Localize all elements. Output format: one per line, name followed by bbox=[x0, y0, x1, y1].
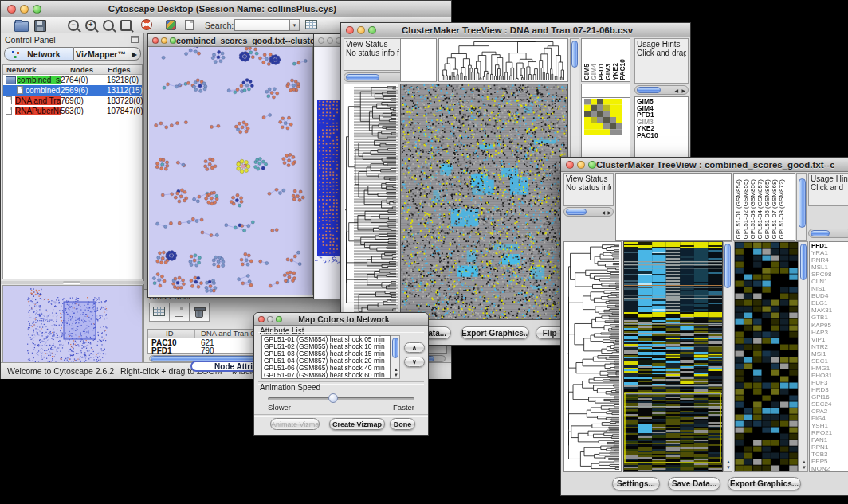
create-vizmap-button[interactable]: Create Vizmap bbox=[329, 418, 385, 430]
scroll-thumb[interactable] bbox=[800, 244, 807, 280]
network-row[interactable]: DNA and Tran 07 769(0) 183728(0) bbox=[3, 96, 142, 106]
gene-label[interactable]: RPN1 bbox=[810, 443, 848, 451]
gene-label[interactable]: KAP95 bbox=[810, 322, 848, 329]
network-overview-canvas[interactable] bbox=[3, 286, 142, 366]
scroll-up-icon[interactable]: ▲ bbox=[394, 367, 398, 372]
scroll-thumb[interactable] bbox=[637, 87, 661, 93]
done-button[interactable]: Done bbox=[390, 418, 415, 430]
zoom-window-icon[interactable] bbox=[588, 161, 596, 169]
move-down-button[interactable]: ∨ bbox=[404, 357, 425, 367]
col-label[interactable]: GPL51-02 (GSM855) bbox=[743, 179, 749, 240]
delete-attribute-button[interactable] bbox=[189, 303, 210, 322]
scroll-thumb[interactable] bbox=[571, 41, 578, 68]
main-titlebar[interactable]: Cytoscape Desktop (Session Name: collins… bbox=[1, 1, 451, 18]
network-canvas[interactable] bbox=[149, 47, 312, 295]
col-label[interactable]: GPL51-06 (GSM865) bbox=[764, 179, 771, 240]
minimize-icon[interactable] bbox=[327, 37, 333, 44]
animate-vizmap-button[interactable]: Animate Vizmap bbox=[270, 418, 320, 430]
network-view-titlebar[interactable]: combined_scores_good.txt--cluste... bbox=[148, 34, 318, 47]
minimize-icon[interactable] bbox=[357, 26, 365, 34]
gene-label[interactable]: MAK31 bbox=[810, 307, 848, 314]
scroll-thumb[interactable] bbox=[566, 209, 587, 215]
col-label[interactable]: GPL51-04 (GSM857) bbox=[757, 179, 764, 240]
zoom-selected-icon[interactable] bbox=[120, 20, 132, 31]
gene-label[interactable]: MSL1 bbox=[810, 264, 848, 271]
minimize-icon[interactable] bbox=[161, 37, 167, 44]
gene-label[interactable]: PAN1 bbox=[810, 436, 848, 443]
table-view-button[interactable] bbox=[149, 303, 170, 322]
col-label[interactable]: GPL51-07 (GSM868) bbox=[771, 179, 778, 240]
gene-label[interactable]: ELG1 bbox=[810, 299, 848, 307]
tv2-col-dendrogram-panel[interactable] bbox=[615, 173, 732, 241]
network-row[interactable]: RNAPuberNov2+I 563(0) 107847(0) bbox=[3, 106, 142, 116]
float-panel-icon[interactable] bbox=[131, 36, 139, 43]
gene-label[interactable]: HMG1 bbox=[810, 365, 848, 372]
gene-label[interactable]: HRD3 bbox=[810, 386, 848, 393]
dialog-titlebar[interactable]: Map Colors to Network bbox=[254, 313, 428, 326]
gene-label[interactable]: SPC98 bbox=[810, 271, 848, 278]
gene-label[interactable]: CLN1 bbox=[810, 278, 848, 285]
minimize-icon[interactable] bbox=[267, 316, 273, 322]
gene-label[interactable]: SEC1 bbox=[810, 357, 848, 365]
tv2-left-hscrollbar[interactable]: ◀ ▶ bbox=[563, 207, 614, 217]
gene-label[interactable]: HAP3 bbox=[810, 329, 848, 336]
zoom-out-icon[interactable]: − bbox=[68, 20, 79, 31]
gene-label[interactable]: PEP5 bbox=[810, 458, 848, 465]
speed-slider-track[interactable] bbox=[268, 397, 414, 400]
gene-label[interactable]: PHO81 bbox=[810, 372, 848, 379]
move-up-button[interactable]: ∧ bbox=[404, 342, 425, 353]
gene-label[interactable]: MON2 bbox=[810, 465, 848, 472]
scroll-right-icon[interactable]: ▶ bbox=[607, 210, 611, 215]
annotation-icon[interactable] bbox=[185, 20, 194, 30]
search-input[interactable] bbox=[234, 19, 293, 31]
tv1-row-dendrogram-panel[interactable] bbox=[344, 84, 398, 320]
tv1-col-dendrogram-panel[interactable] bbox=[438, 38, 568, 82]
attribute-item[interactable]: GPL51-07 (GSM868) heat shock 60 min bbox=[262, 372, 390, 379]
scroll-up-icon[interactable]: ▲ bbox=[726, 459, 731, 464]
gene-label[interactable]: YSH1 bbox=[810, 422, 848, 429]
gene-label[interactable]: YRA1 bbox=[810, 249, 848, 256]
minimize-icon[interactable] bbox=[577, 161, 585, 169]
tv2-zoom-heatmap[interactable] bbox=[735, 242, 798, 471]
col-label[interactable]: PAC10 bbox=[619, 59, 626, 80]
attribute-browser-icon[interactable] bbox=[305, 20, 317, 29]
network-row[interactable]: combined_scores_ 2764(0) 16218(0) bbox=[3, 75, 142, 85]
gene-label[interactable]: SEC24 bbox=[810, 400, 848, 408]
gene-label[interactable]: RPO21 bbox=[810, 429, 848, 436]
tv2-heatmap-canvas[interactable] bbox=[624, 242, 722, 471]
scroll-thumb[interactable] bbox=[799, 178, 806, 228]
speed-slider-thumb[interactable] bbox=[328, 393, 338, 403]
tv2-zoom-vscrollbar[interactable]: ▲ ▼ bbox=[799, 241, 808, 472]
zoom-window-icon[interactable] bbox=[276, 316, 282, 322]
gene-label[interactable]: RNR4 bbox=[810, 256, 848, 264]
new-attribute-button[interactable] bbox=[169, 303, 190, 322]
tv1-row-dendrogram[interactable] bbox=[344, 84, 398, 319]
tab-vizmapper[interactable]: VizMapper™ bbox=[74, 47, 128, 61]
close-icon[interactable] bbox=[566, 161, 574, 169]
tab-network[interactable]: Network bbox=[4, 47, 74, 61]
attribute-list-scrollbar[interactable]: ▲ ▼ bbox=[391, 335, 400, 379]
tv1-right-hscrollbar[interactable]: ◀ ▶ bbox=[634, 85, 689, 95]
scroll-thumb[interactable] bbox=[346, 74, 379, 80]
gene-label[interactable]: NTR2 bbox=[810, 343, 848, 350]
close-icon[interactable] bbox=[152, 37, 159, 44]
help-lifering-icon[interactable] bbox=[141, 19, 152, 30]
zoom-fit-icon[interactable] bbox=[103, 20, 114, 31]
scroll-down-icon[interactable]: ▼ bbox=[394, 373, 398, 377]
gene-label[interactable]: GTB1 bbox=[810, 314, 848, 321]
gene-label[interactable]: TCB3 bbox=[810, 451, 848, 458]
scroll-down-icon[interactable]: ▼ bbox=[726, 465, 731, 470]
col-label[interactable]: GPL51-08 (GSM872) bbox=[779, 179, 785, 240]
gene-label[interactable]: CPA2 bbox=[810, 408, 848, 415]
tv2-heatmap-panel[interactable] bbox=[623, 241, 723, 472]
scroll-thumb[interactable] bbox=[392, 338, 398, 358]
zoom-in-icon[interactable]: + bbox=[85, 20, 96, 31]
treeview1-titlebar[interactable]: ClusterMaker TreeView : DNA and Tran 07-… bbox=[341, 23, 690, 37]
export-graphics-button[interactable]: Export Graphics... bbox=[728, 477, 801, 490]
close-icon[interactable] bbox=[318, 37, 324, 44]
tv1-heatmap-canvas[interactable] bbox=[401, 84, 567, 319]
scroll-down-icon[interactable]: ▼ bbox=[802, 465, 807, 470]
close-icon[interactable] bbox=[346, 26, 354, 34]
col-label[interactable]: GPL51-01 (GSM854) bbox=[736, 179, 742, 240]
treeview2-titlebar[interactable]: ClusterMaker TreeView : combined_scores_… bbox=[561, 158, 848, 172]
